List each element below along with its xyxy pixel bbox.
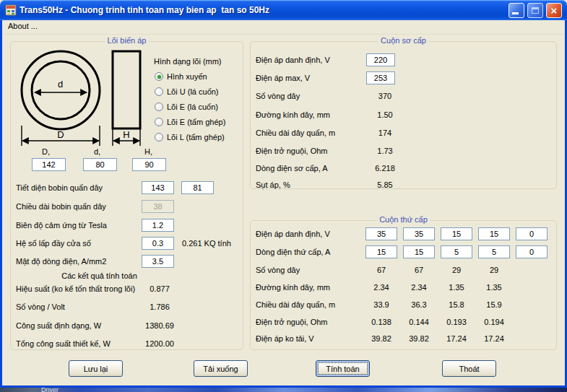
maximize-icon bbox=[532, 7, 539, 14]
dim-D-input[interactable] bbox=[32, 158, 66, 171]
design-power-label: Tổng công suất thiết kế, W bbox=[16, 339, 111, 348]
close-button[interactable]: × bbox=[546, 3, 562, 18]
secondary-resistance-3: 0.193 bbox=[441, 318, 472, 326]
core-outer-circle bbox=[22, 51, 100, 129]
radio-icon bbox=[155, 118, 163, 126]
primary-wire-len-label: Chiều dài dây quấn, m bbox=[256, 129, 335, 137]
primary-current-value: 6.218 bbox=[360, 164, 410, 173]
secondary-resistance-label: Điện trở nguội, Ohm bbox=[256, 318, 328, 326]
secondary-wire-dia-3: 1.35 bbox=[441, 283, 472, 292]
secondary-turns-label: Số vòng dây bbox=[256, 266, 300, 274]
secondary-resistance-4: 0.194 bbox=[478, 318, 510, 326]
secondary-current-input-3[interactable] bbox=[441, 245, 472, 258]
primary-nominal-label: Điện áp danh định, V bbox=[256, 56, 330, 64]
current-density-input[interactable] bbox=[142, 255, 174, 268]
primary-nominal-input[interactable] bbox=[366, 53, 395, 66]
maximize-button[interactable] bbox=[527, 3, 543, 18]
efficiency-label: Hiệu suất (ko kể tốn thất trong lõi) bbox=[16, 284, 135, 293]
radio-label: Lõi L (tấm ghép) bbox=[167, 133, 225, 141]
radio-label: Lõi U (lá cuốn) bbox=[167, 87, 219, 96]
secondary-current-input-4[interactable] bbox=[478, 245, 510, 258]
results-heading: Các kết quả tính toán bbox=[29, 271, 170, 280]
primary-wire-dia-label: Đường kính dây, mm bbox=[256, 110, 330, 119]
secondary-voltage-input-1[interactable] bbox=[365, 227, 397, 240]
save-button[interactable]: Lưu lại bbox=[69, 360, 123, 377]
title-bar: Trans50Hz - Chuong trinh tinh toan may b… bbox=[0, 0, 567, 20]
primary-groupbox-title: Cuộn sơ cấp bbox=[378, 36, 429, 45]
secondary-wire-len-2: 36.3 bbox=[403, 300, 435, 309]
turns-per-volt-value: 1.786 bbox=[134, 302, 186, 311]
bobbin-length-input bbox=[142, 200, 174, 213]
secondary-voltage-input-5[interactable] bbox=[516, 227, 547, 240]
dim-H-input[interactable] bbox=[132, 158, 166, 171]
H-dimension-label: H bbox=[123, 129, 129, 140]
secondary-voltage-input-2[interactable] bbox=[403, 227, 435, 240]
secondary-wire-len-1: 33.9 bbox=[365, 300, 397, 309]
secondary-voltage-label: Điện áp danh định, V bbox=[256, 230, 330, 238]
flux-label: Biên độ cảm ứng từ Tesla bbox=[16, 221, 107, 230]
primary-max-input[interactable] bbox=[366, 71, 395, 84]
app-icon bbox=[5, 4, 17, 16]
menu-bar: About ... bbox=[2, 20, 565, 35]
primary-turns-label: Số vòng dây bbox=[256, 92, 300, 100]
fill-factor-label: Hệ số lấp đầy cửa số bbox=[16, 239, 91, 248]
primary-max-label: Điện áp max, V bbox=[256, 74, 310, 82]
core-groupbox-title: Lõi biến áp bbox=[105, 36, 150, 45]
secondary-turns-2: 67 bbox=[403, 266, 435, 274]
primary-drop-label: Sụt áp, % bbox=[256, 180, 290, 189]
download-button[interactable]: Tải xuống bbox=[194, 360, 248, 377]
secondary-groupbox-title: Cuộn thứ cấp bbox=[376, 215, 430, 224]
secondary-current-input-5[interactable] bbox=[516, 245, 547, 258]
primary-current-label: Dòng điện sơ cấp, A bbox=[256, 164, 328, 173]
bobbin-section-input-1[interactable] bbox=[142, 181, 174, 194]
rated-power-value: 1380.69 bbox=[134, 321, 186, 330]
core-inner-circle bbox=[32, 61, 90, 119]
dim-label-H: H, bbox=[144, 147, 152, 156]
radio-label: Hình xuyến bbox=[167, 72, 207, 81]
desktop-icon-label: Driver bbox=[41, 388, 59, 392]
current-density-label: Mật độ dòng điện, A/mm2 bbox=[16, 257, 106, 266]
core-diagram: d D H bbox=[14, 46, 152, 148]
window-title: Trans50Hz - Chuong trinh tinh toan may b… bbox=[20, 5, 269, 15]
secondary-noload-4: 17.24 bbox=[478, 334, 510, 343]
exit-button[interactable]: Thoát bbox=[442, 360, 496, 377]
secondary-current-label: Dòng điện thứ cấp, A bbox=[256, 248, 330, 256]
flux-input[interactable] bbox=[142, 219, 174, 232]
menu-about[interactable]: About ... bbox=[8, 22, 38, 30]
secondary-wire-dia-1: 2.34 bbox=[365, 283, 397, 292]
secondary-turns-3: 29 bbox=[441, 266, 472, 274]
fill-factor-input[interactable] bbox=[142, 237, 174, 250]
radio-icon bbox=[155, 72, 163, 81]
radio-loi-e-ghep[interactable]: Lõi E (tấm ghép) bbox=[155, 118, 225, 126]
secondary-voltage-input-3[interactable] bbox=[441, 227, 472, 240]
secondary-current-input-1[interactable] bbox=[365, 245, 397, 258]
radio-hinh-xuyen[interactable]: Hình xuyến bbox=[155, 72, 207, 81]
dim-d-input[interactable] bbox=[83, 158, 117, 171]
primary-turns-value: 370 bbox=[360, 92, 410, 100]
secondary-turns-4: 29 bbox=[478, 266, 510, 274]
minimize-button[interactable] bbox=[508, 3, 524, 18]
secondary-voltage-input-4[interactable] bbox=[478, 227, 510, 240]
secondary-noload-1: 39.82 bbox=[365, 334, 397, 343]
primary-resistance-label: Điện trở nguội, Ohm bbox=[256, 147, 328, 155]
secondary-current-input-2[interactable] bbox=[403, 245, 435, 258]
radio-loi-l-ghep[interactable]: Lõi L (tấm ghép) bbox=[155, 133, 225, 141]
radio-label: Lõi E (tấm ghép) bbox=[167, 118, 225, 126]
D-dimension-label: D bbox=[57, 129, 64, 140]
calculate-button[interactable]: Tính toán bbox=[316, 360, 370, 377]
secondary-turns-1: 67 bbox=[365, 266, 397, 274]
dim-label-D: D, bbox=[42, 147, 50, 156]
fill-factor-result: 0.261 KQ tính bbox=[182, 239, 231, 248]
secondary-wire-len-3: 15.8 bbox=[441, 300, 472, 309]
bobbin-section-input-2[interactable] bbox=[181, 181, 214, 194]
radio-icon bbox=[155, 133, 163, 141]
secondary-noload-label: Điện áp ko tải, V bbox=[256, 334, 314, 343]
radio-loi-e-cuon[interactable]: Lõi E (lá cuốn) bbox=[155, 103, 218, 111]
radio-loi-u[interactable]: Lõi U (lá cuốn) bbox=[155, 87, 219, 96]
close-icon: × bbox=[547, 4, 561, 17]
rated-power-label: Công suất định dạng, W bbox=[16, 321, 101, 330]
radio-label: Lõi E (lá cuốn) bbox=[167, 103, 218, 111]
radio-icon bbox=[155, 87, 163, 96]
secondary-wire-dia-4: 1.35 bbox=[478, 283, 510, 292]
shape-heading: Hình dạng lõi (mm) bbox=[154, 57, 222, 66]
